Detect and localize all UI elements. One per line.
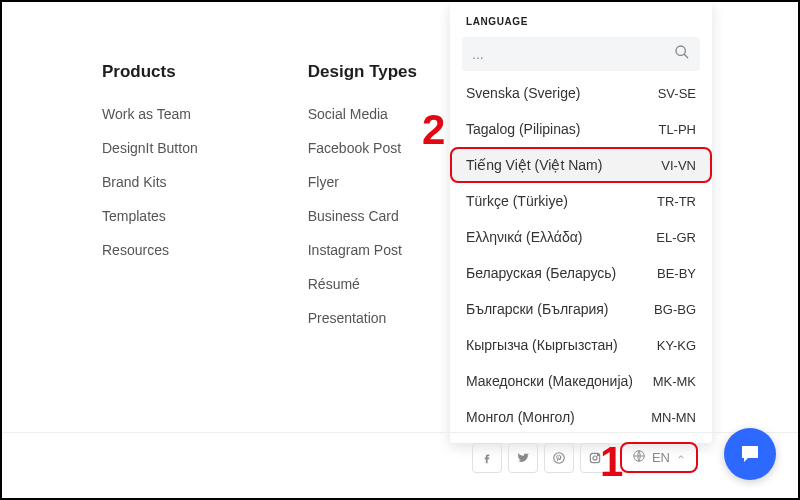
footer-link[interactable]: Brand Kits (102, 174, 198, 190)
svg-point-5 (597, 454, 598, 455)
language-header: LANGUAGE (450, 16, 712, 37)
language-toggle-label: EN (652, 450, 670, 465)
svg-point-0 (676, 46, 685, 55)
language-option[interactable]: Tagalog (Pilipinas)TL-PH (450, 111, 712, 147)
twitter-icon[interactable] (508, 443, 538, 473)
language-name: Кыргызча (Кыргызстан) (466, 337, 618, 353)
search-icon (674, 44, 690, 64)
language-code: TR-TR (657, 194, 696, 209)
instagram-icon[interactable] (580, 443, 610, 473)
col-heading: Design Types (308, 62, 417, 82)
footer-link[interactable]: Resources (102, 242, 198, 258)
footer-link[interactable]: Work as Team (102, 106, 198, 122)
language-name: Tagalog (Pilipinas) (466, 121, 580, 137)
chat-icon (738, 442, 762, 466)
footer-link[interactable]: Instagram Post (308, 242, 417, 258)
language-name: Türkçe (Türkiye) (466, 193, 568, 209)
language-option[interactable]: Беларуская (Беларусь)BE-BY (450, 255, 712, 291)
footer-link[interactable]: DesignIt Button (102, 140, 198, 156)
language-name: Svenska (Sverige) (466, 85, 580, 101)
language-name: Български (България) (466, 301, 609, 317)
footer-link[interactable]: Presentation (308, 310, 417, 326)
language-code: TL-PH (658, 122, 696, 137)
language-code: SV-SE (658, 86, 696, 101)
language-name: Tiếng Việt (Việt Nam) (466, 157, 602, 173)
language-option[interactable]: Български (България)BG-BG (450, 291, 712, 327)
globe-icon (632, 449, 646, 466)
footer-link[interactable]: Business Card (308, 208, 417, 224)
language-list: Svenska (Sverige)SV-SETagalog (Pilipinas… (450, 75, 712, 435)
language-option[interactable]: Svenska (Sverige)SV-SE (450, 75, 712, 111)
footer-link[interactable]: Facebook Post (308, 140, 417, 156)
language-option[interactable]: Кыргызча (Кыргызстан)KY-KG (450, 327, 712, 363)
footer-link[interactable]: Templates (102, 208, 198, 224)
language-dropdown: LANGUAGE ... Svenska (Sverige)SV-SETagal… (450, 2, 712, 443)
footer-col-design-types: Design Types Social Media Facebook Post … (308, 62, 417, 344)
svg-point-2 (554, 452, 565, 463)
facebook-icon[interactable] (472, 443, 502, 473)
language-option[interactable]: Македонски (Македонија)MK-MK (450, 363, 712, 399)
language-option[interactable]: Монгол (Монгол)MN-MN (450, 399, 712, 435)
svg-point-4 (593, 455, 597, 459)
language-code: MK-MK (653, 374, 696, 389)
language-code: KY-KG (657, 338, 696, 353)
language-toggle-button[interactable]: EN (620, 442, 698, 473)
language-name: Ελληνικά (Ελλάδα) (466, 229, 582, 245)
footer-link[interactable]: Flyer (308, 174, 417, 190)
language-code: VI-VN (661, 158, 696, 173)
footer-link[interactable]: Résumé (308, 276, 417, 292)
language-option[interactable]: Ελληνικά (Ελλάδα)EL-GR (450, 219, 712, 255)
language-option[interactable]: Tiếng Việt (Việt Nam)VI-VN (450, 147, 712, 183)
svg-line-1 (684, 54, 688, 58)
language-code: MN-MN (651, 410, 696, 425)
footer-link[interactable]: Social Media (308, 106, 417, 122)
footer-divider (2, 432, 798, 433)
footer-col-products: Products Work as Team DesignIt Button Br… (102, 62, 198, 344)
pinterest-icon[interactable] (544, 443, 574, 473)
language-code: BE-BY (657, 266, 696, 281)
language-search-input[interactable]: ... (462, 37, 700, 71)
chat-button[interactable] (724, 428, 776, 480)
language-code: EL-GR (656, 230, 696, 245)
language-option[interactable]: Türkçe (Türkiye)TR-TR (450, 183, 712, 219)
footer-bottom-row: EN (2, 442, 798, 473)
language-name: Монгол (Монгол) (466, 409, 575, 425)
language-name: Македонски (Македонија) (466, 373, 633, 389)
search-placeholder: ... (472, 46, 674, 62)
col-heading: Products (102, 62, 198, 82)
language-name: Беларуская (Беларусь) (466, 265, 616, 281)
language-code: BG-BG (654, 302, 696, 317)
chevron-up-icon (676, 450, 686, 465)
